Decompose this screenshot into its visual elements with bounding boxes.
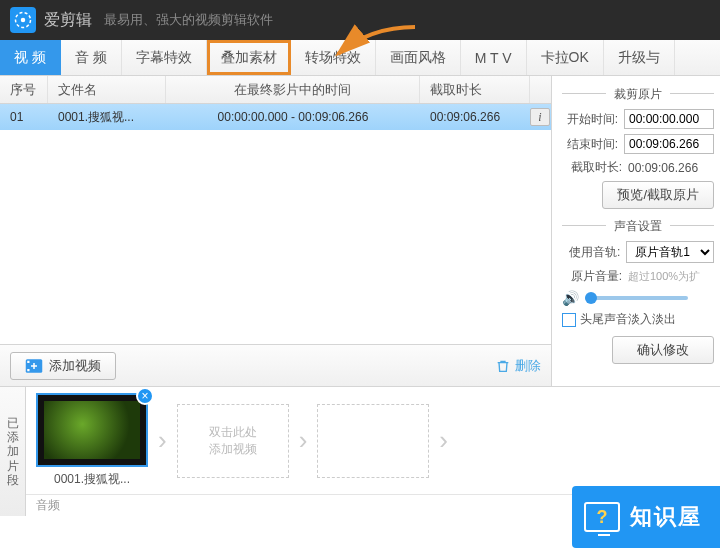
track-select[interactable]: 原片音轨1 <box>626 241 714 263</box>
chevron-right-icon: › <box>439 425 448 456</box>
add-clip-placeholder[interactable]: 双击此处 添加视频 <box>177 404 289 478</box>
chevron-right-icon: › <box>299 425 308 456</box>
svg-rect-4 <box>27 369 29 371</box>
trim-title: 裁剪原片 <box>562 82 714 109</box>
tab-upgrade[interactable]: 升级与 <box>604 40 675 75</box>
preview-trim-button[interactable]: 预览/截取原片 <box>602 181 714 209</box>
chevron-right-icon: › <box>158 425 167 456</box>
clip-thumbnail[interactable]: × <box>36 393 148 467</box>
film-plus-icon <box>25 358 43 374</box>
volume-slider[interactable] <box>585 296 688 300</box>
col-filename: 文件名 <box>48 76 166 103</box>
tab-video[interactable]: 视 频 <box>0 40 61 75</box>
info-icon[interactable]: i <box>530 108 550 126</box>
add-video-button[interactable]: 添加视频 <box>10 352 116 380</box>
add-clip-placeholder[interactable] <box>317 404 429 478</box>
tab-audio[interactable]: 音 频 <box>61 40 122 75</box>
delete-button[interactable]: 删除 <box>495 357 541 375</box>
vol-label: 原片音量: <box>562 268 622 285</box>
brand-logo-icon <box>584 502 620 532</box>
app-logo <box>10 7 36 33</box>
dur-value: 00:09:06.266 <box>628 161 698 175</box>
end-time-input[interactable] <box>624 134 714 154</box>
svg-point-1 <box>21 18 26 23</box>
app-slogan: 最易用、强大的视频剪辑软件 <box>104 11 273 29</box>
tab-karaoke[interactable]: 卡拉OK <box>527 40 604 75</box>
annotation-arrow <box>330 22 420 62</box>
brand-text: 知识屋 <box>630 502 702 532</box>
delete-label: 删除 <box>515 357 541 375</box>
start-label: 开始时间: <box>562 111 618 128</box>
tab-mtv[interactable]: M T V <box>461 40 527 75</box>
audio-title: 声音设置 <box>562 214 714 241</box>
table-row[interactable]: 01 0001.搜狐视... 00:00:00.000 - 00:09:06.2… <box>0 104 551 130</box>
clips-side-label: 已添加片段 <box>0 387 26 516</box>
clip-item[interactable]: × 0001.搜狐视... <box>36 393 148 488</box>
add-video-label: 添加视频 <box>49 357 101 375</box>
tab-subtitle[interactable]: 字幕特效 <box>122 40 207 75</box>
cell-time: 00:00:00.000 - 00:09:06.266 <box>166 110 420 124</box>
fade-label: 头尾声音淡入淡出 <box>580 311 676 328</box>
table-body: 01 0001.搜狐视... 00:00:00.000 - 00:09:06.2… <box>0 104 551 344</box>
table-header: 序号 文件名 在最终影片中的时间 截取时长 <box>0 76 551 104</box>
dur-label: 截取时长: <box>562 159 622 176</box>
tab-overlay[interactable]: 叠加素材 <box>207 40 291 75</box>
col-duration: 截取时长 <box>420 76 530 103</box>
svg-rect-3 <box>27 360 29 362</box>
col-index: 序号 <box>0 76 48 103</box>
track-label: 使用音轨: <box>562 244 620 261</box>
cell-dur: 00:09:06.266 <box>420 110 530 124</box>
cell-name: 0001.搜狐视... <box>48 109 166 126</box>
confirm-button[interactable]: 确认修改 <box>612 336 714 364</box>
fade-checkbox[interactable] <box>562 313 576 327</box>
vol-hint: 超过100%为扩 <box>628 269 700 284</box>
col-time: 在最终影片中的时间 <box>166 76 420 103</box>
clip-name: 0001.搜狐视... <box>36 471 148 488</box>
app-name: 爱剪辑 <box>44 10 92 31</box>
speaker-icon: 🔊 <box>562 290 579 306</box>
remove-clip-icon[interactable]: × <box>136 387 154 405</box>
watermark-brand: 知识屋 <box>572 486 720 548</box>
start-time-input[interactable] <box>624 109 714 129</box>
end-label: 结束时间: <box>562 136 618 153</box>
cell-idx: 01 <box>0 110 48 124</box>
trash-icon <box>495 358 511 374</box>
